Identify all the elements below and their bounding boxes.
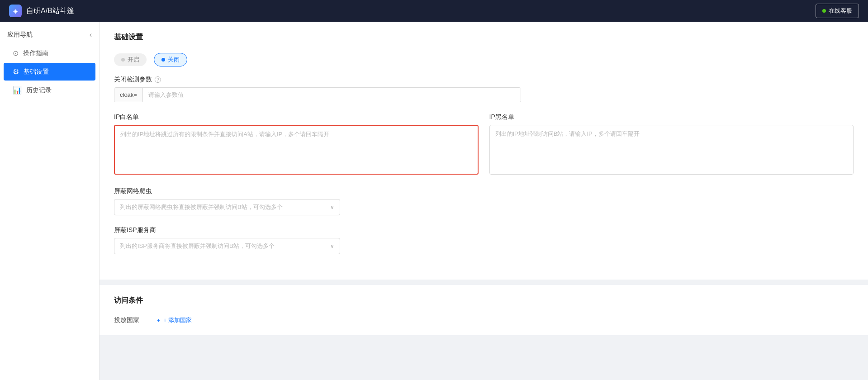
toggle-off-label: 开启	[128, 56, 139, 64]
isp-chevron-icon: ∨	[330, 243, 334, 249]
add-country-label: + 添加国家	[163, 316, 192, 324]
ip-whitelist-textarea[interactable]	[114, 125, 479, 175]
isp-label: 屏蔽ISP服务商	[114, 226, 854, 234]
crawlers-field-row: 屏蔽网络爬虫 列出的屏蔽网络爬虫将直接被屏蔽并强制访问B站，可勾选多个 ∨	[114, 187, 854, 215]
sidebar-item-settings-label: 基础设置	[24, 68, 49, 76]
content-area: 基础设置 开启 关闭 关闭检测参数 ? cloak=	[100, 22, 868, 380]
crawlers-label: 屏蔽网络爬虫	[114, 187, 854, 195]
param-input[interactable]	[143, 88, 521, 102]
country-label: 投放国家	[114, 316, 150, 324]
sidebar-collapse-button[interactable]: ‹	[90, 31, 92, 39]
visit-section-title: 访问条件	[114, 296, 854, 305]
app-title: 自研A/B站斗篷	[26, 6, 74, 16]
settings-icon: ⚙	[13, 67, 19, 76]
toggle-off-button[interactable]: 开启	[114, 53, 147, 66]
ip-blacklist-label: IP黑名单	[489, 113, 854, 121]
sidebar-item-history[interactable]: 📊 历史记录	[4, 81, 95, 99]
crawlers-chevron-icon: ∨	[330, 204, 334, 210]
toggle-row: 开启 关闭	[114, 53, 854, 66]
cloak-help-icon[interactable]: ?	[155, 76, 161, 83]
isp-field-row: 屏蔽ISP服务商 列出的ISP服务商将直接被屏蔽并强制访问B站，可勾选多个 ∨	[114, 226, 854, 254]
toggle-on-dot	[161, 58, 165, 62]
cloak-field-label: 关闭检测参数 ?	[114, 76, 854, 84]
sidebar-title: 应用导航	[7, 31, 33, 39]
sidebar-item-guide[interactable]: ⊙ 操作指南	[4, 44, 95, 62]
toggle-on-button[interactable]: 关闭	[154, 53, 187, 66]
main-layout: 应用导航 ‹ ⊙ 操作指南 ⚙ 基础设置 📊 历史记录 基础设置 开启	[0, 22, 868, 380]
guide-icon: ⊙	[13, 49, 19, 57]
cloak-param-input-row: cloak=	[114, 87, 521, 102]
section-title: 基础设置	[114, 33, 854, 42]
sidebar-item-settings[interactable]: ⚙ 基础设置	[4, 63, 95, 81]
online-service-button[interactable]: 在线客服	[816, 4, 859, 18]
service-status-dot	[822, 9, 826, 13]
crawlers-placeholder: 列出的屏蔽网络爬虫将直接被屏蔽并强制访问B站，可勾选多个	[120, 203, 283, 211]
sidebar: 应用导航 ‹ ⊙ 操作指南 ⚙ 基础设置 📊 历史记录	[0, 22, 100, 380]
basic-settings-section: 基础设置 开启 关闭 关闭检测参数 ? cloak=	[100, 22, 868, 280]
sidebar-item-history-label: 历史记录	[26, 86, 52, 95]
visit-conditions-section: 访问条件 投放国家 ＋ + 添加国家	[100, 285, 868, 335]
ip-grid: IP白名单 IP黑名单	[114, 113, 854, 176]
history-icon: 📊	[13, 86, 22, 95]
header: ◈ 自研A/B站斗篷 在线客服	[0, 0, 868, 22]
logo-icon: ◈	[9, 5, 22, 17]
toggle-on-label: 关闭	[168, 56, 180, 64]
ip-blacklist-section: IP黑名单	[489, 113, 854, 176]
cloak-field-row: 关闭检测参数 ? cloak=	[114, 76, 854, 102]
crawlers-dropdown[interactable]: 列出的屏蔽网络爬虫将直接被屏蔽并强制访问B站，可勾选多个 ∨	[114, 199, 340, 215]
isp-placeholder: 列出的ISP服务商将直接被屏蔽并强制访问B站，可勾选多个	[120, 242, 275, 250]
ip-whitelist-section: IP白名单	[114, 113, 479, 176]
sidebar-header: 应用导航 ‹	[0, 26, 99, 43]
toggle-off-dot	[121, 58, 125, 62]
add-country-plus-icon: ＋	[156, 316, 161, 324]
sidebar-item-guide-label: 操作指南	[23, 49, 48, 57]
country-row: 投放国家 ＋ + 添加国家	[114, 316, 854, 324]
add-country-link[interactable]: ＋ + 添加国家	[156, 316, 192, 324]
isp-dropdown[interactable]: 列出的ISP服务商将直接被屏蔽并强制访问B站，可勾选多个 ∨	[114, 238, 340, 254]
param-prefix: cloak=	[114, 88, 143, 102]
app-logo: ◈ 自研A/B站斗篷	[9, 5, 74, 17]
ip-whitelist-label: IP白名单	[114, 113, 479, 121]
service-label: 在线客服	[829, 7, 852, 15]
ip-blacklist-textarea[interactable]	[489, 125, 854, 175]
